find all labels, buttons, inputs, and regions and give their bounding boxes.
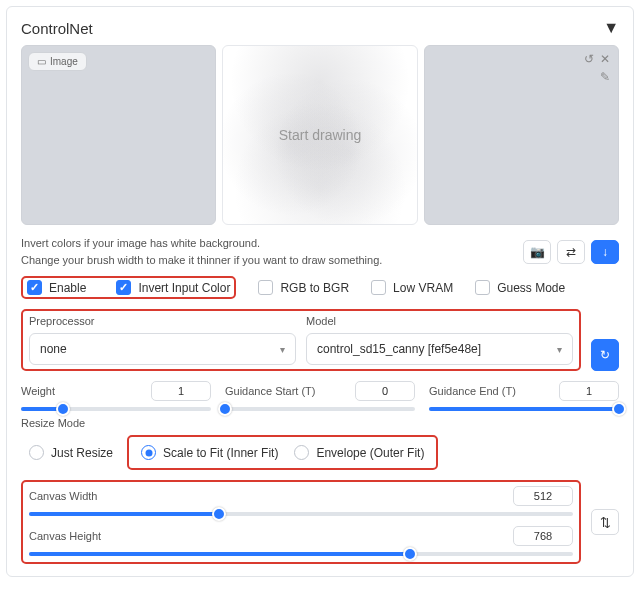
- drawing-canvas[interactable]: Start drawing: [222, 45, 417, 225]
- slider-label: Guidance End (T): [429, 385, 516, 397]
- canvas-height-slider: Canvas Height 768: [29, 526, 573, 556]
- model-row: Preprocessor none ▾ Model control_sd15_c…: [21, 309, 619, 371]
- collapse-toggle[interactable]: ▼: [603, 19, 619, 37]
- slider-track[interactable]: [29, 512, 573, 516]
- output-image-slot[interactable]: ↺ ✕ ✎: [424, 45, 619, 225]
- slider-value[interactable]: 1: [559, 381, 619, 401]
- slider-value[interactable]: 1: [151, 381, 211, 401]
- radio-icon: [294, 445, 309, 460]
- lowvram-checkbox[interactable]: Low VRAM: [371, 280, 453, 295]
- slider-label: Canvas Height: [29, 530, 101, 542]
- checkbox-label: Guess Mode: [497, 281, 565, 295]
- checkbox-icon: [475, 280, 490, 295]
- slider-label: Weight: [21, 385, 55, 397]
- invert-checkbox[interactable]: Invert Input Color: [116, 280, 230, 295]
- radio-icon: [29, 445, 44, 460]
- panel-title: ControlNet: [21, 20, 93, 37]
- help-text: Invert colors if your image has white ba…: [21, 235, 382, 268]
- checkbox-label: Invert Input Color: [138, 281, 230, 295]
- preprocessor-select[interactable]: none ▾: [29, 333, 296, 365]
- checkbox-icon: [371, 280, 386, 295]
- image-area: ▭ Image Start drawing ↺ ✕ ✎: [21, 45, 619, 225]
- radio-label: Scale to Fit (Inner Fit): [163, 446, 278, 460]
- preprocessor-field: Preprocessor none ▾: [29, 315, 296, 365]
- camera-button[interactable]: 📷: [523, 240, 551, 264]
- model-select[interactable]: control_sd15_canny [fef5e48e] ▾: [306, 333, 573, 365]
- radio-label: Envelope (Outer Fit): [316, 446, 424, 460]
- preprocessor-label: Preprocessor: [29, 315, 296, 327]
- chevron-down-icon: ▾: [280, 344, 285, 355]
- resize-just-radio[interactable]: Just Resize: [21, 439, 121, 466]
- model-label: Model: [306, 315, 573, 327]
- edit-icon[interactable]: ✎: [600, 70, 610, 84]
- slider-value[interactable]: 512: [513, 486, 573, 506]
- checkbox-row: Enable Invert Input Color RGB to BGR Low…: [21, 276, 619, 299]
- send-button[interactable]: ↓: [591, 240, 619, 264]
- slider-value[interactable]: 768: [513, 526, 573, 546]
- canvas-sliders: Canvas Width 512 Canvas Height 768: [21, 480, 581, 564]
- help-row: Invert colors if your image has white ba…: [21, 235, 619, 268]
- gstart-slider: Guidance Start (T) 0: [225, 381, 415, 411]
- enable-checkbox[interactable]: Enable: [27, 280, 86, 295]
- resize-options: Just Resize Scale to Fit (Inner Fit) Env…: [21, 435, 619, 470]
- drawing-hint: Start drawing: [279, 127, 361, 143]
- slider-label: Canvas Width: [29, 490, 97, 502]
- checkbox-label: RGB to BGR: [280, 281, 349, 295]
- slider-track[interactable]: [429, 407, 619, 411]
- radio-label: Just Resize: [51, 446, 113, 460]
- action-buttons: 📷 ⇄ ↓: [523, 240, 619, 264]
- slider-label: Guidance Start (T): [225, 385, 315, 397]
- gend-slider: Guidance End (T) 1: [429, 381, 619, 411]
- input-image-slot[interactable]: ▭ Image: [21, 45, 216, 225]
- checkbox-icon: [116, 280, 131, 295]
- slider-track[interactable]: [225, 407, 415, 411]
- rgb-checkbox[interactable]: RGB to BGR: [258, 280, 349, 295]
- title-row: ControlNet ▼: [21, 19, 619, 37]
- sketch-placeholder: Start drawing: [223, 46, 416, 224]
- help-line-2: Change your brush width to make it thinn…: [21, 252, 382, 269]
- resize-mode-label: Resize Mode: [21, 417, 619, 429]
- help-line-1: Invert colors if your image has white ba…: [21, 235, 382, 252]
- radio-icon: [141, 445, 156, 460]
- model-value: control_sd15_canny [fef5e48e]: [317, 342, 481, 356]
- checkbox-icon: [27, 280, 42, 295]
- undo-icon[interactable]: ↺: [584, 52, 594, 66]
- slider-value[interactable]: 0: [355, 381, 415, 401]
- close-icon[interactable]: ✕: [600, 52, 610, 66]
- swap-dimensions-button[interactable]: ⇅: [591, 509, 619, 535]
- weight-slider: Weight 1: [21, 381, 211, 411]
- resize-scale-radio[interactable]: Scale to Fit (Inner Fit): [133, 439, 286, 466]
- image-icon: ▭: [37, 56, 46, 67]
- slider-track[interactable]: [29, 552, 573, 556]
- refresh-button[interactable]: ↻: [591, 339, 619, 371]
- guidance-sliders: Weight 1 Guidance Start (T) 0 Guidance E…: [21, 381, 619, 411]
- resize-section: Resize Mode Just Resize Scale to Fit (In…: [21, 417, 619, 470]
- image-tools: ↺ ✕ ✎: [584, 52, 610, 66]
- image-tab-pill[interactable]: ▭ Image: [28, 52, 87, 71]
- canvas-row: Canvas Width 512 Canvas Height 768 ⇅: [21, 480, 619, 564]
- controlnet-panel: ControlNet ▼ ▭ Image Start drawing ↺ ✕ ✎…: [6, 6, 634, 577]
- checkbox-label: Enable: [49, 281, 86, 295]
- guess-checkbox[interactable]: Guess Mode: [475, 280, 565, 295]
- chevron-down-icon: ▾: [557, 344, 562, 355]
- slider-track[interactable]: [21, 407, 211, 411]
- checkbox-label: Low VRAM: [393, 281, 453, 295]
- checkbox-icon: [258, 280, 273, 295]
- image-tab-label: Image: [50, 56, 78, 67]
- swap-button[interactable]: ⇄: [557, 240, 585, 264]
- resize-envelope-radio[interactable]: Envelope (Outer Fit): [286, 439, 432, 466]
- model-field: Model control_sd15_canny [fef5e48e] ▾: [306, 315, 573, 365]
- preprocessor-value: none: [40, 342, 67, 356]
- canvas-width-slider: Canvas Width 512: [29, 486, 573, 516]
